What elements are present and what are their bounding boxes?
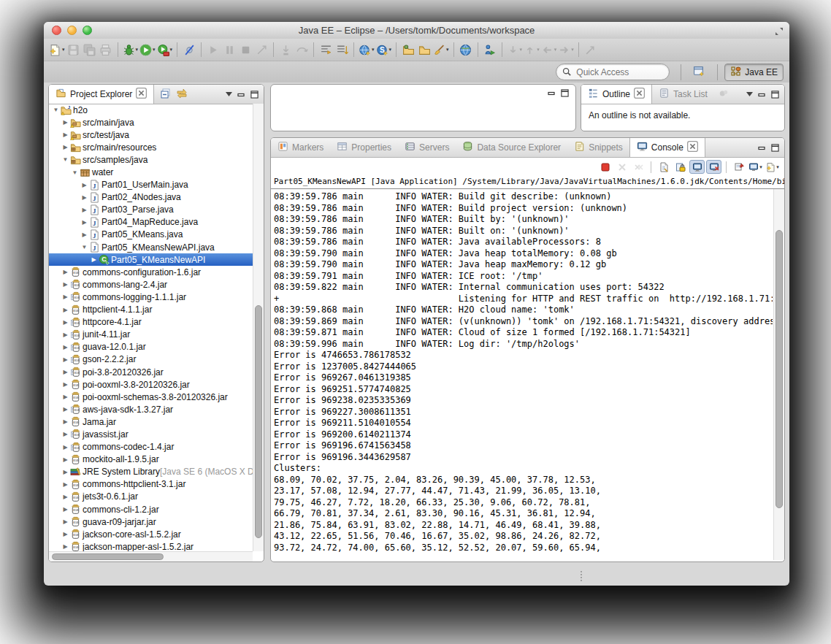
tab-markers[interactable]: Markers [271, 138, 330, 157]
chevron-collapsed-icon[interactable]: ▶ [61, 394, 70, 400]
minimize-icon[interactable] [548, 90, 556, 96]
tree-item-httpcore-4-1-jar[interactable]: ▶010httpcore-4.1.jar [49, 316, 264, 329]
tree-item-guava-12-0-1-jar[interactable]: ▶010guava-12.0.1.jar [49, 341, 264, 353]
new-wizard-icon[interactable]: ▾ [49, 41, 65, 58]
tree-item-jama-jar[interactable]: ▶010Jama.jar [49, 415, 264, 428]
tree-item-junit-4-11-jar[interactable]: ▶010junit-4.11.jar [49, 329, 264, 341]
chevron-collapsed-icon[interactable]: ▶ [61, 269, 70, 275]
close-tab-icon[interactable] [687, 141, 698, 154]
chevron-collapsed-icon[interactable]: ▶ [61, 331, 70, 338]
tree-item-poi-3-8-20120326-jar[interactable]: ▶010poi-3.8-20120326.jar [49, 366, 264, 378]
skip-breakpoints-icon[interactable] [182, 41, 196, 58]
chevron-collapsed-icon[interactable]: ▶ [80, 219, 89, 226]
launch-web-icon[interactable] [483, 41, 497, 58]
chevron-collapsed-icon[interactable]: ▶ [80, 207, 89, 213]
tree-item-httpclient-4-1-1-jar[interactable]: ▶010httpclient-4.1.1.jar [49, 304, 264, 316]
chevron-expanded-icon[interactable]: ▼ [80, 244, 89, 250]
tab-properties[interactable]: Properties [330, 138, 398, 157]
tab-data-source-explorer[interactable]: Data Source Explorer [456, 138, 567, 157]
collapse-all-icon[interactable] [160, 88, 172, 101]
console-vertical-scrollbar[interactable] [773, 189, 784, 560]
tree-item-commons-codec-1-4-jar[interactable]: ▶010commons-codec-1.4.jar [49, 441, 264, 453]
tab-servers[interactable]: Servers [398, 138, 456, 157]
chevron-collapsed-icon[interactable]: ▶ [61, 444, 70, 451]
chevron-collapsed-icon[interactable]: ▶ [89, 256, 99, 263]
prev-annotation-icon[interactable]: ▾ [524, 41, 540, 58]
tree-item-aws-java-sdk-1-3-27-jar[interactable]: ▶010aws-java-sdk-1.3.27.jar [49, 403, 264, 415]
chevron-collapsed-icon[interactable]: ▶ [61, 406, 70, 413]
tree-item-commons-cli-1-2-jar[interactable]: ▶010commons-cli-1.2.jar [49, 503, 264, 515]
open-perspective-button[interactable] [688, 64, 711, 80]
tab-outline[interactable]: Outline [581, 85, 652, 104]
chevron-collapsed-icon[interactable]: ▶ [61, 294, 70, 300]
chevron-collapsed-icon[interactable]: ▶ [61, 307, 70, 313]
terminate-toolbar-icon[interactable] [238, 41, 253, 58]
new-soap-icon[interactable]: S▾ [376, 41, 392, 58]
scroll-lock-icon[interactable] [673, 160, 688, 174]
tree-item-jackson-core-asl-1-5-2-jar[interactable]: ▶010jackson-core-asl-1.5.2.jar [49, 528, 264, 540]
debug-icon[interactable]: ▾ [123, 41, 139, 58]
forward-icon[interactable]: ▾ [558, 41, 574, 58]
tree-item-part04-mapreduce-java[interactable]: ▶JPart04_MapReduce.java [49, 216, 264, 229]
titlebar[interactable]: Java EE – Eclipse – /Users/tomk/Document… [44, 22, 789, 39]
print-icon[interactable] [99, 41, 113, 58]
chevron-collapsed-icon[interactable]: ▶ [61, 494, 70, 500]
tab-console[interactable]: Console [629, 138, 705, 157]
step-over-icon[interactable] [294, 41, 309, 58]
statusbar-drag-handle[interactable] [581, 571, 582, 581]
tree-item-part05-kmeans-java[interactable]: ▶JPart05_KMeans.java [49, 229, 264, 241]
chevron-collapsed-icon[interactable]: ▶ [61, 531, 70, 537]
editor-area[interactable] [270, 84, 576, 131]
chevron-collapsed-icon[interactable]: ▶ [61, 518, 70, 525]
chevron-expanded-icon[interactable]: ▼ [51, 107, 61, 113]
chevron-collapsed-icon[interactable]: ▶ [61, 543, 70, 550]
tree-item-water[interactable]: ▼water [49, 166, 264, 178]
open-folder-icon[interactable] [401, 41, 416, 58]
chevron-collapsed-icon[interactable]: ▶ [61, 131, 70, 138]
chevron-collapsed-icon[interactable]: ▶ [61, 119, 70, 126]
chevron-collapsed-icon[interactable]: ▶ [80, 194, 89, 201]
tree-item-h2o[interactable]: ▼Jh2o [49, 104, 264, 116]
tree-item-guava-r09-jarjar-jar[interactable]: ▶010guava-r09-jarjar.jar [49, 515, 264, 528]
maximize-icon[interactable] [771, 144, 779, 152]
tree-item-src-samples-java[interactable]: ▼src/samples/java [49, 153, 264, 166]
coverage-icon[interactable]: ▾ [157, 41, 173, 58]
view-switcher-icon[interactable] [719, 88, 729, 101]
sort-icon[interactable] [334, 41, 349, 58]
tree-item-commons-logging-1-1-1-jar[interactable]: ▶010commons-logging-1.1.1.jar [49, 291, 264, 303]
chevron-collapsed-icon[interactable]: ▶ [80, 231, 89, 238]
minimize-icon[interactable] [237, 91, 245, 98]
tree-item-mockito-all-1-9-5-jar[interactable]: ▶010mockito-all-1.9.5.jar [49, 453, 264, 466]
tree-item-commons-configuration-1-6-jar[interactable]: ▶010commons-configuration-1.6.jar [49, 266, 264, 278]
chevron-collapsed-icon[interactable]: ▶ [61, 418, 70, 425]
display-console-icon[interactable]: ▾ [748, 160, 763, 174]
tree-item-part02-4nodes-java[interactable]: ▶JPart02_4Nodes.java [49, 191, 264, 204]
show-stdout-icon[interactable] [689, 160, 705, 174]
tree-item-part05-kmeansnewapi-java[interactable]: ▼JPart05_KMeansNewAPI.java [49, 241, 264, 253]
clear-console-icon[interactable] [656, 160, 671, 174]
chevron-collapsed-icon[interactable]: ▶ [80, 182, 89, 188]
pin-console-icon[interactable] [731, 160, 746, 174]
maximize-icon[interactable] [561, 89, 569, 97]
quick-access-input[interactable] [575, 66, 663, 78]
quick-access-box[interactable] [556, 64, 670, 80]
tree-item-commons-httpclient-3-1-jar[interactable]: ▶010commons-httpclient-3.1.jar [49, 478, 264, 491]
tree-item-jre-system-library[interactable]: ▶JRE System Library [Java SE 6 (MacOS X … [49, 466, 264, 478]
tree-item-poi-ooxml-3-8-20120326-jar[interactable]: ▶010poi-ooxml-3.8-20120326.jar [49, 378, 264, 391]
chevron-expanded-icon[interactable]: ▼ [70, 169, 80, 176]
chevron-collapsed-icon[interactable]: ▶ [61, 431, 70, 437]
web-browser-icon[interactable] [459, 41, 473, 58]
filter-icon[interactable] [318, 41, 333, 58]
minimize-icon[interactable] [758, 91, 766, 98]
tree-item-gson-2-2-2-jar[interactable]: ▶010gson-2.2.2.jar [49, 353, 264, 366]
last-edit-icon[interactable] [583, 41, 598, 58]
resume-icon[interactable] [206, 41, 221, 58]
maximize-icon[interactable] [771, 91, 779, 99]
open-console-icon[interactable]: ▾ [765, 160, 780, 174]
tree-item-src-main-resources[interactable]: ▶src/main/resources [49, 141, 264, 153]
tree-item-part01-usermain-java[interactable]: ▶JPart01_UserMain.java [49, 179, 264, 191]
tree-item-commons-lang-2-4-jar[interactable]: ▶010commons-lang-2.4.jar [49, 278, 264, 291]
terminate-icon[interactable] [597, 160, 613, 174]
tab-project-explorer[interactable]: Project Explorer [49, 85, 154, 104]
save-icon[interactable] [66, 41, 81, 58]
